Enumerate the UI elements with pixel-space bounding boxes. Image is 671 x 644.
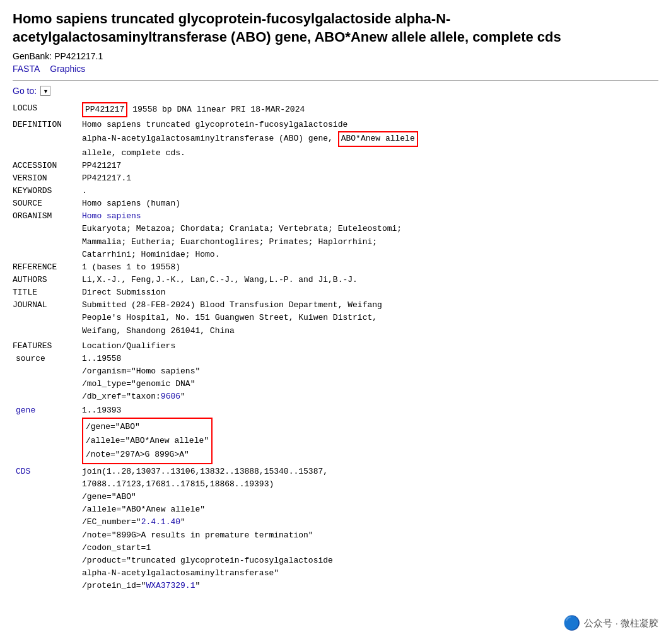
cds-q5: /codon_start=1 bbox=[82, 542, 658, 554]
cds-q8: /protein_id="WXA37329.1" bbox=[82, 580, 658, 592]
genbank-label: GenBank: bbox=[13, 51, 52, 61]
title-field-value: Direct Submission bbox=[82, 286, 658, 299]
genbank-id-line: GenBank: PP421217.1 bbox=[13, 51, 658, 61]
organism-taxonomy1: Eukaryota; Metazoa; Chordata; Craniata; … bbox=[82, 223, 658, 235]
source-q3: /db_xref="taxon:9606" bbox=[82, 390, 658, 403]
cds-loc2: 17088..17123,17681..17815,18868..19393) bbox=[82, 478, 658, 491]
definition-line2: alpha-N-acetylgalactosaminyltransferase … bbox=[82, 131, 658, 146]
organism-taxonomy3: Catarrhini; Hominidae; Homo. bbox=[82, 249, 658, 261]
links-row: FASTA Graphics bbox=[13, 64, 658, 74]
watermark: 🔵 公众号 · 微柱凝胶 bbox=[563, 615, 658, 631]
organism-link[interactable]: Homo sapiens bbox=[82, 211, 141, 221]
cds-q2: /allele="ABO*Anew allele" bbox=[82, 503, 658, 516]
keywords-value: . bbox=[82, 185, 658, 197]
features-label: FEATURES bbox=[13, 340, 82, 353]
version-value: PP421217.1 bbox=[82, 172, 658, 185]
features-header: Location/Qualifiers bbox=[82, 340, 658, 353]
journal-row: JOURNAL Submitted (28-FEB-2024) Blood Tr… bbox=[13, 299, 658, 337]
organism-value: Homo sapiens Eukaryota; Metazoa; Chordat… bbox=[82, 210, 658, 261]
source-feature-row: source 1..19558 /organism="Homo sapiens"… bbox=[13, 353, 658, 404]
cds-q7: alpha-N-acetylgalactosaminyltransferase" bbox=[82, 567, 658, 580]
authors-value: Li,X.-J., Feng,J.-K., Lan,C.-J., Wang,L.… bbox=[82, 274, 658, 286]
version-label: VERSION bbox=[13, 172, 82, 185]
gene-q2: /allele="ABO*Anew allele" bbox=[86, 434, 209, 448]
gene-q1: /gene="ABO" bbox=[86, 420, 209, 434]
divider bbox=[13, 80, 658, 81]
keywords-label: KEYWORDS bbox=[13, 185, 82, 197]
source-label: SOURCE bbox=[13, 197, 82, 210]
cds-loc1: join(1..28,13037..13106,13832..13888,153… bbox=[82, 465, 658, 478]
cds-q3: /EC_number="2.4.1.40" bbox=[82, 516, 658, 529]
genbank-record: LOCUS PP421217 19558 bp DNA linear PRI 1… bbox=[13, 102, 658, 592]
source-loc: 1..19558 bbox=[82, 353, 658, 365]
gene-feature-value: 1..19393 /gene="ABO" /allele="ABO*Anew a… bbox=[82, 404, 658, 464]
source-q1: /organism="Homo sapiens" bbox=[82, 365, 658, 378]
gene-loc: 1..19393 bbox=[82, 404, 658, 417]
locus-id-box: PP421217 bbox=[82, 102, 127, 117]
locus-value: PP421217 19558 bp DNA linear PRI 18-MAR-… bbox=[82, 102, 658, 117]
cds-feature-value: join(1..28,13037..13106,13832..13888,153… bbox=[82, 465, 658, 592]
cds-link[interactable]: CDS bbox=[16, 467, 30, 476]
title-row: TITLE Direct Submission bbox=[13, 286, 658, 299]
organism-row: ORGANISM Homo sapiens Eukaryota; Metazoa… bbox=[13, 210, 658, 261]
locus-rest: 19558 bp DNA linear PRI 18-MAR-2024 bbox=[127, 105, 305, 114]
organism-taxonomy2: Mammalia; Eutheria; Euarchontoglires; Pr… bbox=[82, 236, 658, 249]
taxon-link[interactable]: 9606 bbox=[161, 392, 180, 401]
goto-link[interactable]: Go to: bbox=[13, 86, 37, 96]
definition-label: DEFINITION bbox=[13, 119, 82, 159]
organism-label: ORGANISM bbox=[13, 210, 82, 261]
goto-row: Go to: ▾ bbox=[13, 86, 658, 96]
fasta-link[interactable]: FASTA bbox=[13, 64, 40, 74]
gene-box: /gene="ABO" /allele="ABO*Anew allele" /n… bbox=[82, 418, 213, 464]
locus-row: LOCUS PP421217 19558 bp DNA linear PRI 1… bbox=[13, 102, 658, 117]
definition-line1: Homo sapiens truncated glycoprotein-fuco… bbox=[82, 119, 658, 131]
ec-number-link[interactable]: 2.4.1.40 bbox=[141, 517, 180, 527]
reference-label: REFERENCE bbox=[13, 261, 82, 274]
cds-q4: /note="899G>A results in premature termi… bbox=[82, 529, 658, 542]
authors-label: AUTHORS bbox=[13, 274, 82, 286]
version-row: VERSION PP421217.1 bbox=[13, 172, 658, 185]
page-title: Homo sapiens truncated glycoprotein-fuco… bbox=[13, 10, 631, 46]
authors-row: AUTHORS Li,X.-J., Feng,J.-K., Lan,C.-J.,… bbox=[13, 274, 658, 286]
allele-box: ABO*Anew allele bbox=[338, 131, 418, 146]
features-row: FEATURES Location/Qualifiers bbox=[13, 340, 658, 353]
goto-dropdown-icon[interactable]: ▾ bbox=[40, 86, 50, 96]
keywords-row: KEYWORDS . bbox=[13, 185, 658, 197]
source-row: SOURCE Homo sapiens (human) bbox=[13, 197, 658, 210]
locus-label: LOCUS bbox=[13, 102, 82, 117]
definition-value: Homo sapiens truncated glycoprotein-fuco… bbox=[82, 119, 658, 159]
cds-q1: /gene="ABO" bbox=[82, 491, 658, 503]
accession-value: PP421217 bbox=[82, 160, 658, 172]
gene-feature-row: gene 1..19393 /gene="ABO" /allele="ABO*A… bbox=[13, 404, 658, 464]
journal-value: Submitted (28-FEB-2024) Blood Transfusio… bbox=[82, 299, 658, 337]
wechat-icon: 🔵 bbox=[563, 615, 580, 631]
cds-q6: /product="truncated glycoprotein-fucosyl… bbox=[82, 554, 658, 567]
definition-line3: allele, complete cds. bbox=[82, 147, 658, 160]
gene-link[interactable]: gene bbox=[16, 406, 35, 415]
source-value: Homo sapiens (human) bbox=[82, 197, 658, 210]
protein-id-link[interactable]: WXA37329.1 bbox=[146, 581, 195, 590]
source-q2: /mol_type="genomic DNA" bbox=[82, 378, 658, 390]
watermark-text: 公众号 · 微柱凝胶 bbox=[584, 618, 658, 629]
genbank-id: PP421217.1 bbox=[54, 51, 103, 61]
journal-label: JOURNAL bbox=[13, 299, 82, 337]
definition-row: DEFINITION Homo sapiens truncated glycop… bbox=[13, 119, 658, 159]
accession-row: ACCESSION PP421217 bbox=[13, 160, 658, 172]
source-feature-value: 1..19558 /organism="Homo sapiens" /mol_t… bbox=[82, 353, 658, 404]
gene-feature-label: gene bbox=[13, 404, 82, 464]
reference-value: 1 (bases 1 to 19558) bbox=[82, 261, 658, 274]
accession-label: ACCESSION bbox=[13, 160, 82, 172]
source-feature-link: source bbox=[16, 354, 45, 363]
source-feature-label: source bbox=[13, 353, 82, 404]
journal-line3: Weifang, Shandong 261041, China bbox=[82, 325, 658, 337]
gene-q3: /note="297A>G 899G>A" bbox=[86, 448, 209, 462]
cds-feature-row: CDS join(1..28,13037..13106,13832..13888… bbox=[13, 465, 658, 592]
journal-line2: People's Hospital, No. 151 Guangwen Stre… bbox=[82, 312, 658, 324]
journal-line1: Submitted (28-FEB-2024) Blood Transfusio… bbox=[82, 299, 658, 312]
title-field-label: TITLE bbox=[13, 286, 82, 299]
graphics-link[interactable]: Graphics bbox=[50, 64, 85, 74]
cds-feature-label: CDS bbox=[13, 465, 82, 592]
reference-row: REFERENCE 1 (bases 1 to 19558) bbox=[13, 261, 658, 274]
